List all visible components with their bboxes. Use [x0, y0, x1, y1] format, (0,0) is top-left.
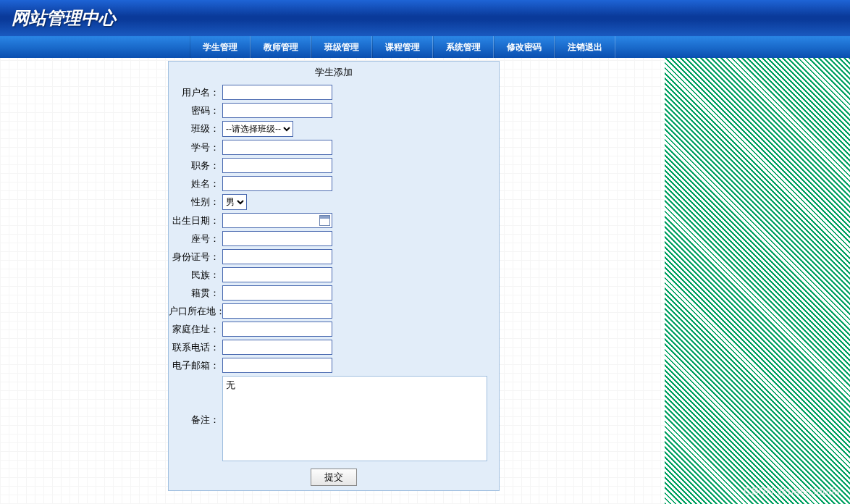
- watermark-text: CSDN @pastclouds: [744, 485, 840, 497]
- label-hukou: 户口所在地：: [169, 305, 222, 318]
- label-remark: 备注：: [169, 413, 222, 427]
- remark-textarea[interactable]: [222, 376, 487, 461]
- label-password: 密码：: [169, 104, 222, 117]
- password-field[interactable]: [222, 103, 332, 118]
- nav-course-manage[interactable]: 课程管理: [372, 36, 433, 58]
- label-position: 职务：: [169, 159, 222, 172]
- header-bar: 网站管理中心: [0, 0, 850, 36]
- label-phone: 联系电话：: [169, 341, 222, 354]
- label-native: 籍贯：: [169, 287, 222, 300]
- seat-field[interactable]: [222, 231, 332, 246]
- hukou-field[interactable]: [222, 303, 332, 319]
- label-birth: 出生日期：: [169, 214, 222, 227]
- student-no-field[interactable]: [222, 140, 332, 155]
- label-email: 电子邮箱：: [169, 359, 222, 372]
- email-field[interactable]: [222, 358, 332, 373]
- nav-teacher-manage[interactable]: 教师管理: [251, 36, 311, 58]
- ethnic-field[interactable]: [222, 267, 332, 282]
- label-username: 用户名：: [169, 86, 222, 99]
- birth-date-field[interactable]: [222, 213, 332, 228]
- idcard-field[interactable]: [222, 249, 332, 264]
- nav-class-manage[interactable]: 班级管理: [311, 36, 372, 58]
- phone-field[interactable]: [222, 340, 332, 355]
- right-decorative-panel: [665, 58, 850, 504]
- label-seat: 座号：: [169, 232, 222, 245]
- nav-system-manage[interactable]: 系统管理: [433, 36, 494, 58]
- label-class: 班级：: [169, 122, 222, 135]
- label-gender: 性别：: [169, 196, 222, 209]
- label-idcard: 身份证号：: [169, 251, 222, 264]
- form-title: 学生添加: [169, 62, 499, 83]
- main-nav: 学生管理 教师管理 班级管理 课程管理 系统管理 修改密码 注销退出: [0, 36, 850, 58]
- address-field[interactable]: [222, 322, 332, 337]
- gender-select[interactable]: 男: [222, 194, 247, 210]
- nav-logout[interactable]: 注销退出: [555, 36, 615, 58]
- nav-student-manage[interactable]: 学生管理: [190, 36, 251, 58]
- label-name: 姓名：: [169, 177, 222, 190]
- label-address: 家庭住址：: [169, 323, 222, 336]
- username-field[interactable]: [222, 85, 332, 100]
- content-area: 学生添加 用户名： 密码： 班级： --请选择班级-- 学号： 职务： 姓名: [0, 58, 850, 504]
- label-student-no: 学号：: [169, 141, 222, 154]
- add-student-form: 学生添加 用户名： 密码： 班级： --请选择班级-- 学号： 职务： 姓名: [168, 61, 500, 491]
- native-place-field[interactable]: [222, 285, 332, 301]
- app-title: 网站管理中心: [12, 7, 116, 30]
- nav-change-password[interactable]: 修改密码: [494, 36, 555, 58]
- class-select[interactable]: --请选择班级--: [222, 121, 293, 137]
- name-field[interactable]: [222, 176, 332, 191]
- label-ethnic: 民族：: [169, 269, 222, 282]
- position-field[interactable]: [222, 158, 332, 173]
- submit-button[interactable]: 提交: [311, 469, 357, 486]
